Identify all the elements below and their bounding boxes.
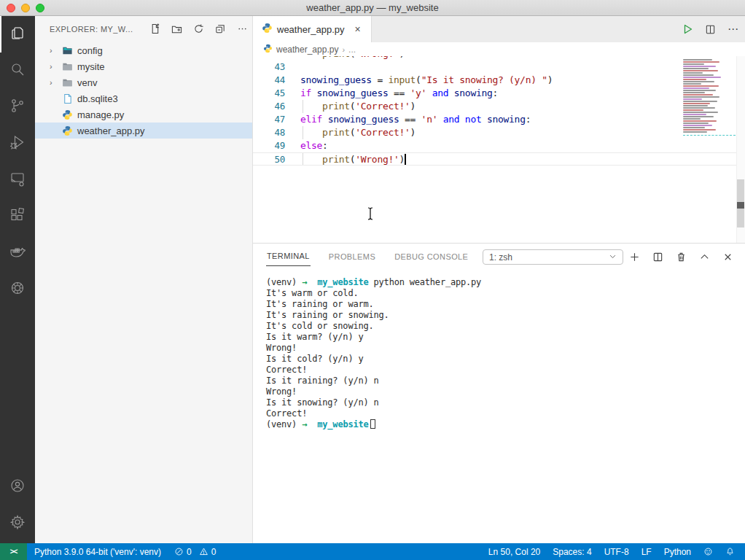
activity-bar-item-search[interactable] [0, 52, 35, 89]
minimap-row [683, 109, 703, 111]
minimap-row [683, 118, 701, 120]
minimap-row [683, 90, 716, 91]
code-text: if snowing_guess == 'y' and snowing: [300, 87, 498, 100]
activity-bar-item-remote-explorer[interactable] [0, 162, 35, 198]
breadcrumb[interactable]: weather_app.py › ... [253, 42, 745, 56]
code-lines: 4344snowing_guess = input("Is it snowing… [253, 61, 745, 166]
warning-count: 0 [211, 547, 217, 557]
extensions-icon [9, 206, 26, 227]
file-tree-item-weather-app-py[interactable]: weather_app.py [35, 122, 252, 139]
minimap-row [683, 63, 704, 65]
split-editor-button[interactable] [705, 24, 716, 35]
language-mode-status[interactable]: Python [664, 547, 691, 557]
close-panel-icon[interactable] [722, 252, 733, 262]
collapse-all-icon[interactable] [214, 23, 226, 35]
terminal-line: Is it snowing? (y/n) n [266, 397, 745, 408]
run-python-file-button[interactable] [682, 23, 693, 35]
kill-terminal-icon[interactable] [676, 252, 687, 262]
notifications-bell-icon[interactable] [725, 547, 735, 556]
maximize-window-button[interactable] [36, 4, 44, 12]
activity-bar-item-source-control[interactable] [0, 89, 35, 125]
feedback-icon[interactable] [703, 547, 713, 556]
new-folder-icon[interactable] [171, 23, 182, 35]
close-window-button[interactable] [7, 4, 15, 12]
code-line-44[interactable]: 44snowing_guess = input("Is it snowing? … [253, 74, 745, 87]
encoding-status[interactable]: UTF-8 [604, 547, 629, 557]
split-terminal-icon[interactable] [652, 252, 663, 262]
terminal-line: Correct! [266, 365, 745, 376]
tab-debug-console[interactable]: DEBUG CONSOLE [394, 248, 469, 266]
activity-bar-item-extensions[interactable] [0, 198, 35, 235]
cursor-position-status[interactable]: Ln 50, Col 20 [488, 547, 540, 557]
minimap-row [683, 112, 718, 113]
minimap-row [683, 120, 717, 122]
tab-terminal[interactable]: TERMINAL [266, 247, 311, 266]
code-line-45[interactable]: 45if snowing_guess == 'y' and snowing: [253, 87, 745, 100]
maximize-panel-icon[interactable] [699, 252, 710, 262]
terminal-line: Is it warm? (y/n) y [266, 332, 745, 343]
more-actions-icon[interactable] [236, 23, 248, 35]
explorer-actions [149, 23, 248, 35]
file-tree-item-mysite[interactable]: ›mysite [35, 58, 252, 74]
code-line-46[interactable]: 46 print('Correct!') [253, 100, 745, 113]
terminal-shell-dropdown[interactable]: 1: zsh [483, 249, 623, 265]
activity-bar-item-explorer[interactable] [0, 16, 35, 52]
minimize-window-button[interactable] [21, 4, 30, 12]
python-interpreter-status[interactable]: Python 3.9.0 64-bit ('venv': venv) [34, 547, 161, 557]
code-line-50[interactable]: 50 print('Wrong!') [253, 152, 745, 166]
minimap-row [683, 127, 705, 128]
folder-icon [61, 77, 73, 88]
explorer-sidebar: EXPLORER: MY_W... ›config›mysite›venvdb.… [35, 16, 253, 543]
more-actions-icon[interactable]: ⋯ [728, 23, 739, 36]
terminal-cursor [370, 419, 375, 429]
code-editor[interactable]: print('Wrong!') 4344snowing_guess = inpu… [253, 56, 745, 243]
minimap-row [683, 131, 707, 133]
minimap-row [683, 83, 701, 85]
file-tree-item-venv[interactable]: ›venv [35, 74, 252, 90]
python-file-icon [61, 125, 73, 136]
activity-bar [0, 16, 35, 543]
indentation-status[interactable]: Spaces: 4 [553, 547, 591, 557]
activity-bar-item-settings[interactable] [0, 505, 35, 542]
new-file-icon[interactable] [149, 23, 160, 35]
activity-bar-item-docker[interactable] [0, 235, 35, 271]
minimap-row [683, 81, 714, 82]
terminal-line: Is it raining? (y/n) n [266, 376, 745, 386]
new-terminal-icon[interactable] [629, 252, 640, 262]
breadcrumb-file[interactable]: weather_app.py [276, 44, 338, 55]
problems-status[interactable]: 0 0 [174, 547, 216, 557]
code-line-49[interactable]: 49else: [253, 139, 745, 152]
tab-close-icon[interactable]: × [352, 23, 364, 35]
remote-indicator[interactable]: >< [0, 543, 27, 560]
activity-bar-item-run-debug[interactable] [0, 125, 35, 162]
tab-weather-app[interactable]: weather_app.py × [253, 16, 372, 42]
refresh-icon[interactable] [192, 23, 204, 35]
file-tree-item-config[interactable]: ›config [35, 42, 252, 58]
terminal-output[interactable]: (venv) → my_website python weather_app.p… [253, 273, 745, 543]
tab-problems[interactable]: PROBLEMS [328, 248, 376, 266]
code-line-43[interactable]: 43 [253, 61, 745, 74]
line-number: 48 [253, 126, 285, 139]
editor-scrollbar[interactable] [736, 56, 745, 243]
file-tree-item-manage-py[interactable]: manage.py [35, 106, 252, 122]
code-line-48[interactable]: 48 print('Correct!') [253, 126, 745, 139]
gear-icon [9, 513, 26, 534]
activity-bar-item-extension-circle[interactable] [0, 271, 35, 308]
minimap[interactable] [683, 59, 736, 138]
status-right: Ln 50, Col 20 Spaces: 4 UTF-8 LF Python [488, 547, 745, 557]
panel-actions [629, 244, 733, 270]
mouse-ibeam-cursor [366, 206, 375, 221]
code-line-47[interactable]: 47elif snowing_guess == 'n' and not snow… [253, 113, 745, 126]
files-icon [9, 24, 26, 44]
file-tree-item-db-sqlite3[interactable]: db.sqlite3 [35, 90, 252, 106]
eol-status[interactable]: LF [641, 547, 652, 557]
terminal-line: Wrong! [266, 386, 745, 397]
chevron-right-icon: › [50, 78, 61, 87]
text-cursor [405, 154, 406, 165]
minimap-row [683, 122, 709, 124]
minimap-row [683, 116, 714, 117]
explorer-header: EXPLORER: MY_W... [35, 16, 252, 42]
minimap-row [683, 74, 714, 76]
activity-bar-item-accounts[interactable] [0, 469, 35, 505]
breadcrumb-symbol[interactable]: ... [348, 44, 356, 55]
